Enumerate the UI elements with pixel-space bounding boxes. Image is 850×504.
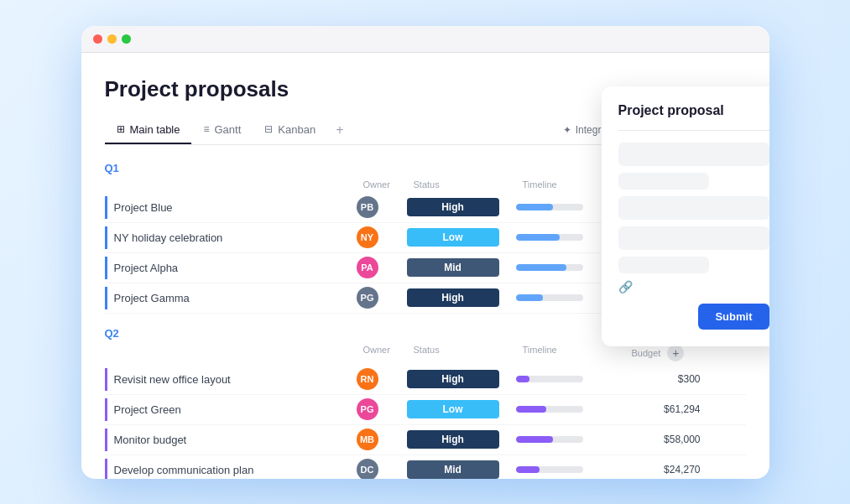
status-badge: High [407, 370, 499, 388]
tab-main-table-label: Main table [130, 123, 180, 136]
timeline-fill [516, 264, 566, 271]
avatar: PA [357, 257, 378, 278]
avatar: MB [357, 429, 378, 450]
table-row[interactable]: Monitor budget MB High $58,000 [105, 425, 746, 455]
row-monitor-owner: MB [357, 429, 407, 450]
status-badge: High [407, 288, 499, 307]
row-office-owner: RN [357, 368, 407, 390]
avatar: PG [357, 287, 378, 309]
row-green-budget: $61,294 [625, 403, 701, 415]
timeline-fill [516, 436, 553, 443]
row-project-blue-owner: PB [357, 196, 407, 218]
add-tab-button[interactable]: + [327, 116, 352, 144]
col-owner-header-q2: Owner [363, 345, 414, 361]
avatar: NY [357, 226, 378, 248]
close-button[interactable] [93, 34, 102, 44]
status-badge: Mid [407, 258, 499, 277]
timeline-fill [516, 234, 560, 241]
row-gamma-name: Project Gamma [105, 287, 357, 309]
row-alpha-owner: PA [357, 257, 407, 278]
row-office-budget: $300 [625, 373, 701, 385]
row-monitor-timeline [516, 436, 625, 443]
row-green-status: Low [407, 400, 516, 418]
browser-window: Project proposals ⊞ Main table ≡ Gantt ⊟… [81, 26, 769, 479]
avatar: RN [357, 368, 378, 390]
row-comms-status: Mid [407, 460, 516, 479]
add-row-button[interactable]: + [667, 345, 684, 361]
col-owner-header: Owner [363, 179, 414, 190]
timeline-fill [516, 294, 543, 301]
tab-gantt-label: Gantt [215, 123, 242, 136]
integrate-icon: ✦ [563, 124, 571, 136]
avatar: PG [357, 398, 378, 420]
timeline-fill [516, 466, 540, 473]
tab-main-table[interactable]: ⊞ Main table [105, 117, 192, 144]
row-gamma-status: High [407, 288, 516, 307]
row-monitor-budget: $58,000 [625, 434, 701, 445]
table-row[interactable]: Project Green PG Low $61,294 [105, 395, 746, 425]
row-green-name: Project Green [105, 398, 357, 421]
timeline-track [516, 294, 583, 301]
gantt-icon: ≡ [203, 123, 209, 135]
panel-field-4[interactable] [618, 226, 769, 250]
table-row[interactable]: Develop communication plan DC Mid $24,27… [105, 455, 746, 479]
col-status-header-q2: Status [414, 345, 523, 361]
avatar: DC [357, 459, 378, 479]
timeline-track [516, 466, 583, 473]
tab-gantt[interactable]: ≡ Gantt [191, 117, 253, 144]
status-badge: Low [407, 228, 499, 247]
q1-label: Q1 [105, 162, 119, 174]
submit-button[interactable]: Submit [698, 304, 769, 330]
status-badge: High [407, 198, 499, 216]
minimize-button[interactable] [107, 34, 117, 44]
row-monitor-status: High [407, 430, 516, 449]
panel-field-3[interactable] [618, 196, 769, 220]
row-project-blue-status: High [407, 198, 516, 216]
table-row[interactable]: Revisit new office layout RN High $300 [105, 365, 746, 395]
avatar: PB [357, 196, 378, 218]
col-status-header: Status [414, 179, 523, 190]
col-name-header [112, 179, 363, 190]
row-green-timeline [516, 406, 625, 413]
row-alpha-name: Project Alpha [105, 257, 357, 279]
maximize-button[interactable] [122, 34, 131, 44]
side-panel: Project proposal 🔗 Submit [602, 86, 769, 346]
table-icon: ⊞ [117, 123, 125, 135]
row-comms-timeline [516, 466, 625, 473]
col-budget-header-q2: Budget [632, 348, 661, 358]
timeline-track [516, 264, 583, 271]
row-gamma-owner: PG [357, 287, 407, 309]
attach-icon[interactable]: 🔗 [618, 280, 769, 294]
kanban-icon: ⊟ [264, 123, 273, 135]
row-project-blue-name: Project Blue [105, 196, 357, 219]
row-holiday-status: Low [407, 228, 516, 247]
browser-content: Project proposals ⊞ Main table ≡ Gantt ⊟… [81, 53, 769, 479]
row-holiday-name: NY holiday celebration [105, 226, 357, 249]
timeline-track [516, 406, 583, 413]
status-badge: Low [407, 400, 499, 418]
panel-title: Project proposal [618, 103, 769, 118]
timeline-track [516, 204, 583, 210]
timeline-fill [516, 406, 546, 413]
row-holiday-owner: NY [357, 226, 407, 248]
tab-kanban-label: Kanban [278, 123, 315, 136]
row-office-timeline [516, 376, 625, 382]
q2-table-headers: Owner Status Timeline Budget + [105, 345, 746, 365]
row-comms-name: Develop communication plan [105, 459, 357, 479]
traffic-lights [93, 34, 131, 44]
status-badge: Mid [407, 460, 499, 479]
timeline-track [516, 234, 583, 241]
row-comms-owner: DC [357, 459, 407, 479]
row-comms-budget: $24,270 [625, 464, 701, 475]
col-name-header-q2 [112, 345, 363, 361]
tab-kanban[interactable]: ⊟ Kanban [253, 117, 327, 144]
browser-titlebar [81, 26, 769, 53]
row-monitor-name: Monitor budget [105, 429, 357, 451]
q2-label: Q2 [105, 327, 119, 340]
row-green-owner: PG [357, 398, 407, 420]
row-office-name: Revisit new office layout [105, 368, 357, 391]
status-badge: High [407, 430, 499, 449]
panel-field-1[interactable] [618, 143, 769, 166]
panel-field-5[interactable] [618, 257, 709, 273]
panel-field-2[interactable] [618, 173, 709, 190]
